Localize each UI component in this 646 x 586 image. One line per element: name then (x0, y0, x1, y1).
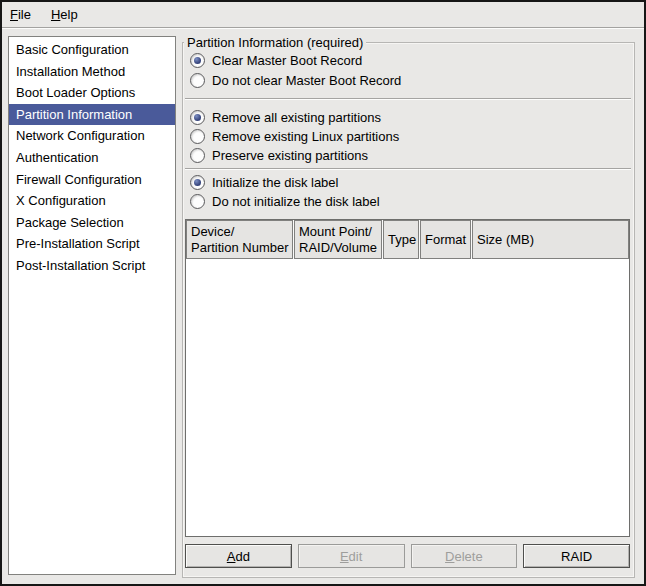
sidebar-item-partition-information[interactable]: Partition Information (9, 104, 175, 126)
radio-option-remove-existing-linux-partitions[interactable]: Remove existing Linux partitions (190, 127, 631, 146)
sidebar-item-installation-method[interactable]: Installation Method (9, 61, 175, 83)
radio-button-icon[interactable] (190, 53, 205, 68)
partition-button-row: AddEditDeleteRAID (185, 544, 630, 568)
kickstart-configurator-window: FileHelp Basic ConfigurationInstallation… (0, 0, 646, 586)
raid-button[interactable]: RAID (523, 544, 630, 568)
column-header-device[interactable]: Device/ Partition Number (186, 220, 293, 259)
column-header-mount-point[interactable]: Mount Point/ RAID/Volume (294, 220, 382, 259)
radio-label: Preserve existing partitions (212, 148, 368, 163)
radio-group-2: Initialize the disk labelDo not initiali… (185, 173, 631, 211)
sidebar-item-basic-configuration[interactable]: Basic Configuration (9, 39, 175, 61)
radio-button-icon[interactable] (190, 129, 205, 144)
radio-option-initialize-the-disk-label[interactable]: Initialize the disk label (190, 173, 631, 192)
radio-button-icon[interactable] (190, 175, 205, 190)
radio-button-icon[interactable] (190, 110, 205, 125)
sidebar-item-firewall-configuration[interactable]: Firewall Configuration (9, 169, 175, 191)
column-header-format[interactable]: Format (420, 220, 471, 259)
sidebar-item-package-selection[interactable]: Package Selection (9, 212, 175, 234)
partition-table: Device/ Partition NumberMount Point/ RAI… (185, 219, 630, 537)
sidebar-item-authentication[interactable]: Authentication (9, 147, 175, 169)
sidebar-item-x-configuration[interactable]: X Configuration (9, 190, 175, 212)
add-button[interactable]: Add (185, 544, 292, 568)
delete-button[interactable]: Delete (411, 544, 518, 568)
sidebar-item-post-installation-script[interactable]: Post-Installation Script (9, 255, 175, 277)
radio-option-preserve-existing-partitions[interactable]: Preserve existing partitions (190, 146, 631, 165)
radio-group-1: Remove all existing partitionsRemove exi… (185, 108, 631, 165)
radio-option-do-not-initialize-the-disk-label[interactable]: Do not initialize the disk label (190, 192, 631, 211)
radio-option-remove-all-existing-partitions[interactable]: Remove all existing partitions (190, 108, 631, 127)
radio-options-area: Clear Master Boot RecordDo not clear Mas… (185, 50, 631, 211)
radio-button-icon[interactable] (190, 73, 205, 88)
radio-label: Do not initialize the disk label (212, 194, 380, 209)
partition-table-header: Device/ Partition NumberMount Point/ RAI… (186, 220, 629, 259)
radio-button-icon[interactable] (190, 194, 205, 209)
menu-bar: FileHelp (2, 2, 644, 28)
radio-option-do-not-clear-master-boot-record[interactable]: Do not clear Master Boot Record (190, 70, 631, 90)
separator (185, 98, 631, 100)
partition-information-frame: Partition Information (required) Clear M… (182, 42, 635, 578)
sidebar-item-network-configuration[interactable]: Network Configuration (9, 125, 175, 147)
sidebar-item-pre-installation-script[interactable]: Pre-Installation Script (9, 233, 175, 255)
sidebar-list: Basic ConfigurationInstallation MethodBo… (8, 36, 176, 575)
radio-button-icon[interactable] (190, 148, 205, 163)
partition-table-body[interactable] (186, 259, 629, 536)
menu-help[interactable]: Help (45, 5, 84, 24)
separator (185, 168, 631, 170)
menu-file[interactable]: File (4, 5, 37, 24)
column-header-type[interactable]: Type (383, 220, 419, 259)
radio-label: Remove existing Linux partitions (212, 129, 399, 144)
frame-title: Partition Information (required) (184, 35, 366, 50)
column-header-size-mb[interactable]: Size (MB) (472, 220, 629, 259)
edit-button[interactable]: Edit (298, 544, 405, 568)
radio-label: Remove all existing partitions (212, 110, 381, 125)
radio-label: Do not clear Master Boot Record (212, 73, 401, 88)
radio-option-clear-master-boot-record[interactable]: Clear Master Boot Record (190, 50, 631, 70)
radio-label: Clear Master Boot Record (212, 53, 362, 68)
sidebar-item-boot-loader-options[interactable]: Boot Loader Options (9, 82, 175, 104)
radio-label: Initialize the disk label (212, 175, 338, 190)
radio-group-0: Clear Master Boot RecordDo not clear Mas… (185, 50, 631, 90)
